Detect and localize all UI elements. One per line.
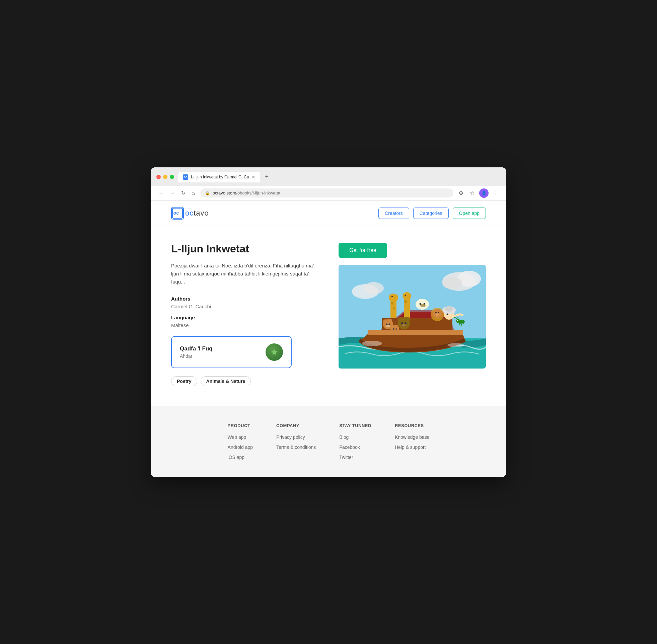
svg-point-9 [364, 282, 384, 294]
get-free-button[interactable]: Get for free [339, 243, 387, 258]
footer-link-support-anchor[interactable]: Help & support [395, 444, 426, 450]
nav-buttons: ← → ↻ ⌂ [156, 188, 197, 198]
logo-accent: oc [185, 209, 194, 217]
back-button[interactable]: ← [156, 188, 166, 198]
authors-label: Authors [171, 296, 318, 302]
footer-link-android[interactable]: Android app [228, 444, 253, 450]
collection-card[interactable]: Qadfa 'l Fuq Aħdar [171, 336, 292, 368]
footer: PRODUCT Web app Android app iOS app COMP… [151, 406, 506, 477]
svg-point-27 [404, 300, 407, 303]
title-bar: oc L-Iljun Inkwetat by Carmel G. Ca ✕ + [151, 167, 506, 186]
svg-point-63 [362, 341, 382, 346]
close-button[interactable] [156, 175, 161, 179]
site-header: oc octavo Creators Categories Open app [151, 201, 506, 226]
svg-rect-25 [408, 293, 409, 296]
active-tab[interactable]: oc L-Iljun Inkwetat by Carmel G. Ca ✕ [178, 172, 260, 182]
footer-columns: PRODUCT Web app Android app iOS app COMP… [171, 423, 486, 460]
maximize-button[interactable] [170, 175, 174, 179]
svg-point-57 [394, 325, 398, 329]
svg-point-58 [393, 328, 394, 330]
profile-avatar[interactable]: 👤 [479, 188, 489, 198]
content-right: Get for free [339, 243, 486, 386]
tab-close-icon[interactable]: ✕ [251, 175, 255, 180]
footer-resources-links: Knowledge base Help & support [395, 434, 430, 450]
categories-nav-button[interactable]: Categories [413, 208, 449, 219]
footer-link-knowledge[interactable]: Knowledge base [395, 434, 430, 440]
footer-resources: RESOURCES Knowledge base Help & support [395, 423, 430, 460]
traffic-lights [156, 175, 174, 179]
svg-point-45 [405, 317, 410, 322]
minimize-button[interactable] [163, 175, 167, 179]
collection-sub: Aħdar [180, 353, 213, 359]
footer-link-ios[interactable]: iOS app [228, 454, 253, 460]
svg-point-61 [456, 319, 460, 323]
footer-link-support[interactable]: Help & support [395, 444, 430, 450]
url-text: octavo.store/obooks/l-iljun-inkwetat [213, 190, 280, 196]
footer-link-android-anchor[interactable]: Android app [228, 444, 253, 450]
tag-animals-nature[interactable]: Animals & Nature [201, 376, 251, 386]
logo-text: octavo [185, 209, 209, 217]
footer-link-terms[interactable]: Terms & conditions [276, 444, 316, 450]
footer-link-blog-anchor[interactable]: Blog [339, 435, 348, 440]
footer-company-links: Privacy policy Terms & conditions [276, 434, 316, 450]
browser-window: oc L-Iljun Inkwetat by Carmel G. Ca ✕ + … [151, 167, 506, 477]
svg-point-64 [447, 343, 464, 347]
footer-link-blog[interactable]: Blog [339, 434, 371, 440]
tag-poetry[interactable]: Poetry [171, 376, 197, 386]
footer-link-knowledge-anchor[interactable]: Knowledge base [395, 435, 430, 440]
book-title: L-Iljun Inkwetat [171, 243, 318, 255]
footer-resources-heading: RESOURCES [395, 423, 430, 428]
svg-point-38 [436, 314, 439, 316]
author-name: Carmel G. Cauchi [171, 304, 318, 309]
footer-link-ios-anchor[interactable]: iOS app [228, 455, 245, 460]
forward-button[interactable]: → [168, 188, 177, 198]
tab-title: L-Iljun Inkwetat by Carmel G. Ca [191, 175, 249, 179]
authors-section: Authors Carmel G. Cauchi [171, 296, 318, 309]
new-tab-button[interactable]: + [262, 171, 272, 182]
footer-link-terms-anchor[interactable]: Terms & conditions [276, 444, 316, 450]
language-section: Language Maltese [171, 315, 318, 328]
footer-product: PRODUCT Web app Android app iOS app [228, 423, 253, 460]
add-bookmark-button[interactable]: ⊕ [457, 188, 465, 198]
footer-company: COMPANY Privacy policy Terms & condition… [276, 423, 316, 460]
address-actions: ⊕ ☆ 👤 ⋮ [457, 188, 501, 198]
menu-button[interactable]: ⋮ [491, 188, 501, 198]
open-app-nav-button[interactable]: Open app [453, 208, 486, 219]
footer-link-webapp-anchor[interactable]: Web app [228, 435, 246, 440]
bookmark-button[interactable]: ☆ [468, 188, 476, 198]
svg-point-46 [401, 322, 403, 324]
footer-link-privacy[interactable]: Privacy policy [276, 434, 316, 440]
footer-link-twitter[interactable]: Twitter [339, 454, 371, 460]
language-value: Maltese [171, 322, 318, 328]
footer-link-webapp[interactable]: Web app [228, 434, 253, 440]
collection-info: Qadfa 'l Fuq Aħdar [180, 345, 213, 359]
svg-point-50 [383, 319, 388, 324]
svg-point-21 [393, 307, 395, 309]
svg-point-26 [405, 295, 406, 296]
reload-button[interactable]: ↻ [179, 188, 187, 198]
svg-point-54 [386, 325, 390, 327]
svg-point-33 [420, 304, 426, 307]
footer-link-privacy-anchor[interactable]: Privacy policy [276, 435, 305, 440]
svg-point-36 [435, 312, 437, 313]
footer-link-facebook-anchor[interactable]: Facebook [339, 444, 360, 450]
footer-link-facebook[interactable]: Facebook [339, 444, 371, 450]
svg-rect-11 [368, 330, 463, 335]
collection-name: Qadfa 'l Fuq [180, 345, 213, 352]
book-cover-image [339, 265, 486, 369]
footer-link-twitter-anchor[interactable]: Twitter [339, 455, 353, 460]
footer-stay-heading: STAY TUNNED [339, 423, 371, 428]
svg-text:oc: oc [173, 210, 179, 215]
tags: Poetry Animals & Nature [171, 376, 318, 386]
book-description: Poeżija dwar l-arka ta' Noè, iżda b'diff… [171, 262, 318, 286]
url-path: /obooks/l-iljun-inkwetat [236, 190, 280, 196]
svg-point-20 [391, 302, 393, 305]
svg-point-37 [438, 312, 439, 313]
url-bar[interactable]: 🔒 octavo.store/obooks/l-iljun-inkwetat [200, 188, 453, 198]
svg-point-41 [445, 306, 453, 312]
creators-nav-button[interactable]: Creators [378, 208, 409, 219]
header-nav: Creators Categories Open app [378, 208, 486, 219]
footer-stay: STAY TUNNED Blog Facebook Twitter [339, 423, 371, 460]
home-button[interactable]: ⌂ [189, 188, 197, 198]
svg-point-62 [457, 320, 458, 321]
